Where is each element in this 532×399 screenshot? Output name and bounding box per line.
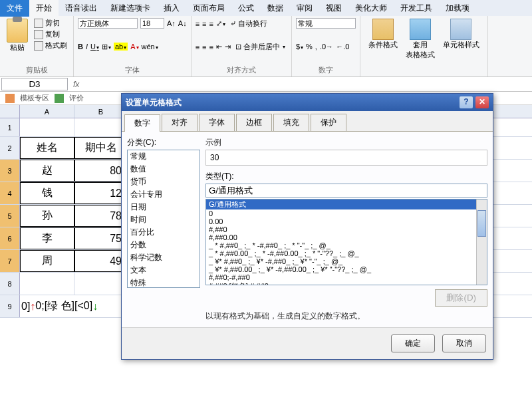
underline-button[interactable]: U xyxy=(90,43,99,51)
scrollbar-thumb[interactable] xyxy=(477,210,486,237)
ribbon-tab-9[interactable]: 视图 xyxy=(319,0,348,17)
cancel-button[interactable]: 取消 xyxy=(442,334,486,352)
fx-icon[interactable]: fx xyxy=(69,80,83,89)
ribbon-tab-12[interactable]: 加载项 xyxy=(439,0,476,17)
cell-a1[interactable] xyxy=(20,118,74,136)
cell-a2[interactable]: 姓名 xyxy=(20,137,74,159)
font-name-select[interactable] xyxy=(78,18,138,29)
cut-button[interactable]: 剪切 xyxy=(32,17,69,29)
cell-b6[interactable]: 75 xyxy=(74,227,128,249)
ribbon-tab-5[interactable]: 页面布局 xyxy=(186,0,231,17)
cell-style-button[interactable]: 单元格样式 xyxy=(439,17,483,51)
category-item[interactable]: 日期 xyxy=(128,201,200,213)
number-format-select[interactable] xyxy=(296,18,356,29)
cell-b2[interactable]: 期中名 xyxy=(74,137,128,159)
cell-a8[interactable] xyxy=(20,273,74,295)
align-left-icon[interactable]: ≡ xyxy=(196,43,200,51)
italic-button[interactable]: I xyxy=(86,43,88,51)
type-item[interactable]: _ ¥* #,##0.00_ ;_ ¥* -#,##0.00_ ;_ ¥* "-… xyxy=(206,265,487,273)
type-item[interactable]: #,##0;[红色]-#,##0 xyxy=(206,281,487,285)
type-item[interactable]: _ * #,##0_ ;_ * -#,##0_ ;_ * "-"_ ;_ @_ xyxy=(206,241,487,249)
ribbon-tab-2[interactable]: 语音读出 xyxy=(59,0,104,17)
decrease-font-icon[interactable]: A↓ xyxy=(178,19,187,27)
category-item[interactable]: 科学记数 xyxy=(128,251,200,264)
dialog-tab-数字[interactable]: 数字 xyxy=(124,114,160,132)
wrap-text-button[interactable]: ⤶自动换行 xyxy=(228,18,269,29)
dialog-close-button[interactable]: ✕ xyxy=(475,96,489,108)
type-item[interactable]: G/通用格式 xyxy=(206,200,487,209)
row-head-4[interactable]: 4 xyxy=(0,182,20,204)
type-item[interactable]: #,##0;-#,##0 xyxy=(206,273,487,281)
category-item[interactable]: 货币 xyxy=(128,176,200,188)
currency-icon[interactable]: $ xyxy=(296,43,303,51)
type-list[interactable]: G/通用格式00.00#,##0#,##0.00_ * #,##0_ ;_ * … xyxy=(205,199,487,285)
font-size-select[interactable] xyxy=(140,18,164,29)
select-all-corner[interactable] xyxy=(0,105,20,118)
cell-b7[interactable]: 49 xyxy=(74,250,128,272)
dialog-tab-边框[interactable]: 边框 xyxy=(236,114,272,131)
merge-center-button[interactable]: ⊡合并后居中 xyxy=(233,41,287,53)
category-item[interactable]: 会计专用 xyxy=(128,188,200,201)
cell-a3[interactable]: 赵 xyxy=(20,160,74,182)
fill-color-button[interactable]: ab xyxy=(114,43,128,51)
type-item[interactable]: 0 xyxy=(206,209,487,217)
border-button[interactable]: ⊞ xyxy=(102,43,111,51)
ribbon-tab-3[interactable]: 新建选项卡 xyxy=(104,0,157,17)
name-box[interactable] xyxy=(1,78,68,90)
category-item[interactable]: 百分比 xyxy=(128,226,200,239)
col-head-A[interactable]: A xyxy=(20,105,74,118)
format-painter-button[interactable]: 格式刷 xyxy=(32,40,69,51)
col-head-B[interactable]: B xyxy=(74,105,128,118)
row-head-3[interactable]: 3 xyxy=(0,160,20,182)
type-item[interactable]: #,##0.00 xyxy=(206,233,487,241)
ribbon-tab-11[interactable]: 开发工具 xyxy=(394,0,439,17)
align-top-icon[interactable]: ≡ xyxy=(196,20,200,28)
formula-input[interactable] xyxy=(83,78,532,90)
align-bottom-icon[interactable]: ≡ xyxy=(209,20,213,28)
category-item[interactable]: 数值 xyxy=(128,163,200,176)
delete-button[interactable]: 删除(D) xyxy=(435,289,487,307)
cell-a6[interactable]: 李 xyxy=(20,227,74,249)
row-head-2[interactable]: 2 xyxy=(0,137,20,159)
type-item[interactable]: _ ¥* #,##0_ ;_ ¥* -#,##0_ ;_ ¥* "-"_ ;_ … xyxy=(206,257,487,265)
cell-a7[interactable]: 周 xyxy=(20,250,74,272)
orientation-icon[interactable]: ⤢ xyxy=(216,19,225,28)
indent-dec-icon[interactable]: ⇤ xyxy=(216,43,222,51)
cell-b4[interactable]: 12 xyxy=(74,182,128,204)
category-list[interactable]: 常规数值货币会计专用日期时间百分比分数科学记数文本特殊自定义 xyxy=(127,150,200,288)
inc-decimal-icon[interactable]: .0→ xyxy=(320,43,333,51)
ribbon-tab-4[interactable]: 插入 xyxy=(157,0,186,17)
phonetic-button[interactable]: wén xyxy=(142,43,158,51)
dialog-tab-字体[interactable]: 字体 xyxy=(199,114,235,131)
rate-label[interactable]: 评价 xyxy=(69,93,84,103)
align-right-icon[interactable]: ≡ xyxy=(209,43,213,51)
ribbon-tab-8[interactable]: 审阅 xyxy=(290,0,319,17)
dialog-help-button[interactable]: ? xyxy=(460,96,473,108)
row-head-5[interactable]: 5 xyxy=(0,205,20,227)
category-item[interactable]: 分数 xyxy=(128,239,200,251)
cell-a5[interactable]: 孙 xyxy=(20,205,74,227)
font-color-button[interactable]: A xyxy=(130,43,138,51)
type-item[interactable]: _ * #,##0.00_ ;_ * -#,##0.00_ ;_ * "-"??… xyxy=(206,249,487,257)
ribbon-tab-7[interactable]: 数据 xyxy=(261,0,290,17)
bold-button[interactable]: B xyxy=(78,43,83,51)
paste-button[interactable]: 粘贴 xyxy=(4,17,31,54)
align-center-icon[interactable]: ≡ xyxy=(202,43,206,51)
row-head-6[interactable]: 6 xyxy=(0,227,20,249)
type-input[interactable] xyxy=(205,184,487,198)
conditional-format-button[interactable]: 条件格式 xyxy=(364,17,402,51)
row-head-9[interactable]: 9 xyxy=(0,295,20,317)
ribbon-tab-6[interactable]: 公式 xyxy=(231,0,261,17)
indent-inc-icon[interactable]: ⇥ xyxy=(225,43,231,51)
ribbon-tab-1[interactable]: 开始 xyxy=(29,0,59,17)
copy-button[interactable]: 复制 xyxy=(32,29,69,40)
category-item[interactable]: 文本 xyxy=(128,264,200,277)
ribbon-tab-10[interactable]: 美化大师 xyxy=(348,0,394,17)
cell-b5[interactable]: 78 xyxy=(74,205,128,227)
dialog-titlebar[interactable]: 设置单元格格式 ? ✕ xyxy=(122,94,493,111)
category-item[interactable]: 时间 xyxy=(128,213,200,226)
type-item[interactable]: 0.00 xyxy=(206,217,487,225)
type-scrollbar[interactable] xyxy=(476,200,487,285)
type-item[interactable]: #,##0 xyxy=(206,225,487,233)
align-middle-icon[interactable]: ≡ xyxy=(202,20,206,28)
